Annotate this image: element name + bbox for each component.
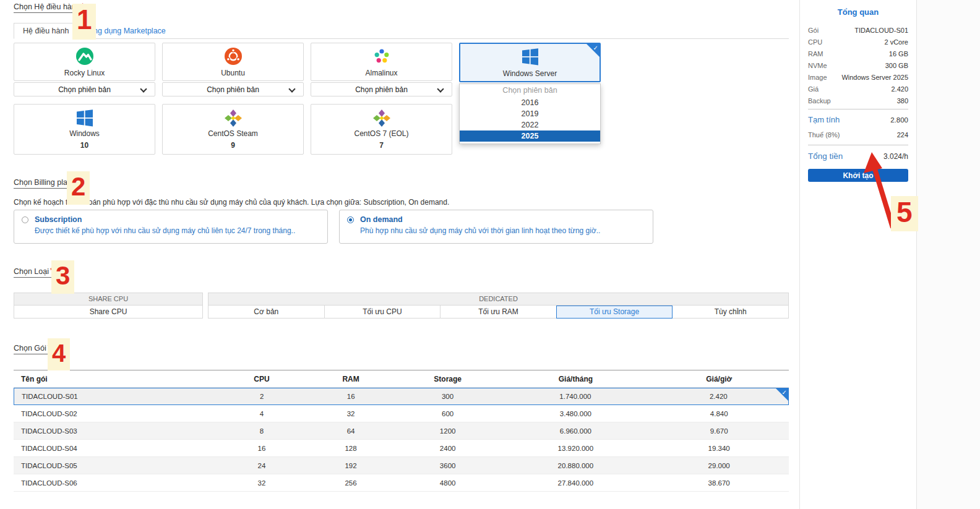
windows-server-version-dropdown: Chọn phiên bản2016201920222025 — [459, 83, 601, 144]
os-card-label: Almalinux — [365, 69, 397, 77]
pkg-cell: 300 — [393, 393, 502, 400]
billing-option-description: Được thiết kế phù hợp với nhu cầu sử dụn… — [35, 226, 295, 235]
os-card-almalinux[interactable]: Almalinux — [311, 43, 452, 81]
annotation-number-2: 2 — [67, 171, 90, 205]
type-option-t-y-ch-nh[interactable]: Tùy chỉnh — [672, 306, 789, 319]
annotation-number-3: 3 — [51, 260, 74, 294]
rocky-linux-icon — [75, 47, 94, 66]
os-card-windows-10[interactable]: Windows10 — [14, 104, 155, 155]
centos-steam-icon — [224, 109, 243, 127]
pkg-cell: 38.670 — [649, 479, 789, 487]
type-option-t-i-u-ram[interactable]: Tối ưu RAM — [440, 306, 557, 319]
radio-subscription[interactable] — [22, 216, 28, 223]
ubuntu-icon — [224, 47, 243, 66]
summary-row-label: NVMe — [808, 62, 827, 69]
pkg-cell: 2400 — [393, 445, 502, 452]
version-option-2016[interactable]: 2016 — [460, 97, 600, 108]
summary-row-value: 2.420 — [891, 85, 908, 93]
os-card-rocky-linux[interactable]: Rocky Linux — [14, 43, 155, 81]
almalinux-version-select[interactable]: Chọn phiên bản — [311, 82, 452, 96]
pkg-row-TIDACLOUD-S01[interactable]: TIDACLOUD-S012163001.740.0002.420✓ — [14, 388, 789, 405]
summary-row-backup: Backup380 — [808, 97, 908, 105]
os-card-version: 10 — [80, 141, 88, 150]
os-card-label: CentOS Steam — [208, 129, 258, 138]
billing-option-on-demand[interactable]: On demandPhù hợp nhu cầu sử dụng máy chủ… — [339, 210, 653, 244]
pkg-cell: 16 — [215, 445, 308, 452]
pkg-cell: 64 — [308, 427, 393, 435]
pkg-cell: 6.960.000 — [502, 427, 649, 435]
os-card-label: Windows Server — [503, 69, 557, 78]
version-option-2022[interactable]: 2022 — [460, 119, 600, 130]
annotation-number-5: 5 — [891, 196, 918, 231]
divider — [808, 109, 908, 109]
os-card-label: Ubuntu — [221, 69, 245, 77]
summary-row-value: 2 vCore — [884, 38, 908, 46]
radio-on-demand[interactable] — [347, 216, 354, 223]
summary-row-value: Windows Server 2025 — [841, 74, 908, 81]
chevron-down-icon — [437, 85, 444, 92]
page-right-margin — [917, 0, 980, 509]
billing-option-description: Phù hợp nhu cầu sử dụng máy chủ với thời… — [360, 226, 600, 235]
summary-sidebar: Tổng quan GóiTIDACLOUD-S01CPU2 vCoreRAM1… — [799, 0, 917, 509]
type-options: Cơ bảnTối ưu CPUTối ưu RAMTối ưu Storage… — [208, 306, 789, 319]
pkg-cell: TIDACLOUD-S01 — [14, 393, 215, 400]
type-group-dedicated: DEDICATEDCơ bảnTối ưu CPUTối ưu RAMTối ư… — [208, 293, 789, 319]
pkg-cell: 20.880.000 — [502, 462, 649, 469]
pkg-column-header: Storage — [393, 375, 502, 383]
annotation-number-1: 1 — [72, 4, 96, 40]
os-cards-row2: Windows10CentOS Steam9CentOS 7 (EOL)7 — [14, 104, 789, 155]
version-option-2019[interactable]: 2019 — [460, 108, 600, 119]
summary-row-label: Giá — [808, 85, 819, 93]
type-options: Share CPU — [14, 306, 203, 319]
type-option-t-i-u-cpu[interactable]: Tối ưu CPU — [324, 306, 441, 319]
summary-row-g-i: GóiTIDACLOUD-S01 — [808, 27, 908, 34]
summary-row-label: RAM — [808, 50, 823, 58]
billing-option-subscription[interactable]: SubscriptionĐược thiết kế phù hợp với nh… — [14, 210, 328, 244]
version-select-label: Chọn phiên bản — [207, 85, 259, 94]
summary-row-value: 300 GB — [885, 62, 908, 69]
billing-option-title: Subscription — [35, 215, 295, 224]
rocky-linux-version-select[interactable]: Chọn phiên bản — [14, 82, 155, 96]
type-group-share: SHARE CPUShare CPU — [14, 293, 203, 319]
tab-he-dieu-hanh[interactable]: Hệ điều hành — [14, 23, 78, 39]
pkg-cell: 24 — [215, 462, 308, 469]
pkg-cell: 2 — [215, 393, 308, 400]
pkg-row-TIDACLOUD-S02[interactable]: TIDACLOUD-S024326003.480.0004.840 — [14, 405, 789, 422]
pkg-column-header: Tên gói — [14, 375, 215, 383]
os-card-ubuntu[interactable]: Ubuntu — [162, 43, 304, 81]
version-option-2025[interactable]: 2025 — [460, 130, 600, 142]
centos-7-eol-icon — [372, 109, 391, 127]
type-group-header: SHARE CPU — [14, 293, 203, 306]
package-section-label: Chọn Gói* — [14, 344, 50, 354]
subtotal-value: 2.800 — [890, 116, 908, 124]
pkg-cell: 32 — [308, 410, 393, 417]
pkg-row-TIDACLOUD-S05[interactable]: TIDACLOUD-S0524192360020.880.00029.000 — [14, 457, 789, 474]
type-option-share-cpu[interactable]: Share CPU — [14, 306, 203, 319]
os-section: Chọn Hệ điều hành* Hệ điều hành Ứng dụng… — [14, 2, 789, 155]
type-option-c-b-n[interactable]: Cơ bản — [208, 306, 325, 319]
pkg-cell: 1200 — [393, 427, 502, 435]
pkg-cell: 19.340 — [649, 445, 789, 452]
pkg-cell: 4800 — [393, 479, 502, 487]
os-card-windows-server[interactable]: Windows Server✓ — [459, 43, 601, 82]
tax-row: Thuế (8%) 224 — [808, 131, 908, 139]
divider — [808, 145, 908, 145]
ubuntu-version-select[interactable]: Chọn phiên bản — [162, 82, 304, 96]
os-card-centos-7-eol[interactable]: CentOS 7 (EOL)7 — [311, 104, 452, 155]
billing-option-title: On demand — [360, 215, 600, 224]
annotation-number-4: 4 — [48, 338, 70, 370]
pkg-row-TIDACLOUD-S04[interactable]: TIDACLOUD-S0416128240013.920.00019.340 — [14, 440, 789, 457]
summary-row-nvme: NVMe300 GB — [808, 62, 908, 69]
pkg-column-header: Giá/tháng — [502, 375, 649, 383]
os-card-centos-steam[interactable]: CentOS Steam9 — [162, 104, 304, 155]
pkg-cell: 3600 — [393, 462, 502, 469]
windows-server-icon — [521, 48, 539, 66]
os-card-cell-centos-7-eol: CentOS 7 (EOL)7 — [311, 104, 452, 155]
type-option-t-i-u-storage[interactable]: Tối ưu Storage — [556, 306, 673, 319]
subtotal-label: Tạm tính — [808, 115, 840, 124]
billing-description: Chọn kế hoạch thanh toán phù hợp với đặc… — [14, 198, 789, 207]
pkg-row-TIDACLOUD-S03[interactable]: TIDACLOUD-S0386412006.960.0009.670 — [14, 422, 789, 440]
pkg-row-TIDACLOUD-S06[interactable]: TIDACLOUD-S0632256480027.840.00038.670 — [14, 474, 789, 492]
billing-section: Chọn Billing plan* Chọn kế hoạch thanh t… — [14, 178, 789, 244]
pkg-column-header: CPU — [215, 375, 308, 383]
